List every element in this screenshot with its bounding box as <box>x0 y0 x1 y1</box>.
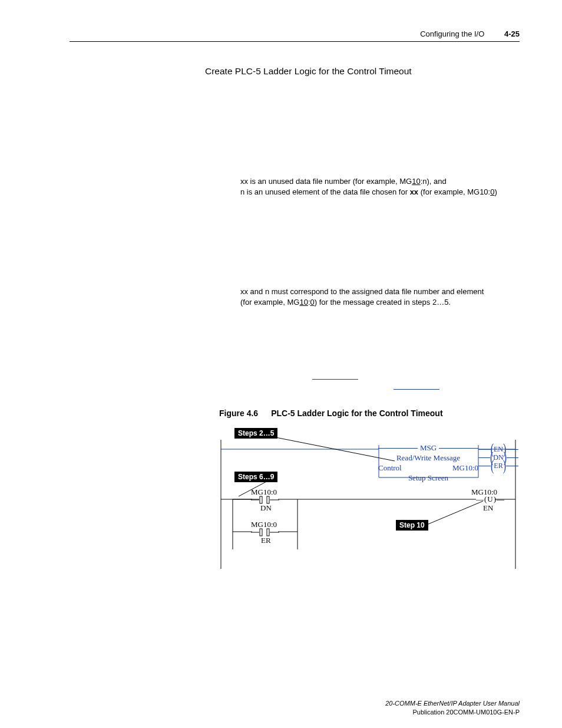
svg-rect-25 <box>260 529 262 536</box>
footer-manual-title: 20-COMM-E EtherNet/IP Adapter User Manua… <box>385 699 520 707</box>
ladder-diagram: Steps 2…5 Steps 6…9 Step 10 MSG Read/Wri… <box>218 426 518 573</box>
svg-line-17 <box>270 436 395 461</box>
figure-caption: Figure 4.6PLC-5 Ladder Logic for the Con… <box>219 409 443 418</box>
link-underline-2 <box>394 389 439 390</box>
definition-block: xx is an unused data file number (for ex… <box>240 176 523 197</box>
running-header: Configuring the I/O 4-25 <box>420 29 520 38</box>
svg-rect-22 <box>267 496 269 503</box>
link-underline-1 <box>312 379 358 380</box>
msg-setup: Setup Screen <box>378 473 478 483</box>
xx-definition: xx is an unused data file number (for ex… <box>240 176 523 187</box>
msg-title: MSG <box>420 443 437 453</box>
page-footer: 20-COMM-E EtherNet/IP Adapter User Manua… <box>385 699 520 716</box>
msg-control-label: Control <box>378 463 402 473</box>
msg-desc: Read/Write Message <box>378 453 478 463</box>
callout-steps-2-5: Steps 2…5 <box>234 428 277 439</box>
header-section: Configuring the I/O <box>420 29 484 38</box>
footer-publication: Publication 20COMM-UM010G-EN-P <box>385 708 520 716</box>
msg-instruction: MSG Read/Write Message Control MG10:0 Se… <box>378 443 478 483</box>
page-number: 4-25 <box>504 29 520 38</box>
section-heading: Create PLC-5 Ladder Logic for the Contro… <box>205 66 412 77</box>
msg-control-value: MG10:0 <box>452 463 478 473</box>
rung2-out-en: EN <box>483 503 493 513</box>
msg-status-tails: (EN) (DN) (ER) <box>478 445 518 470</box>
rung2-dn: DN <box>260 503 272 513</box>
correspond-line2: (for example, MG10:0) for the message cr… <box>240 297 517 308</box>
correspond-block: xx and n must correspond to the assigned… <box>240 286 517 307</box>
otu-icon: —(U)— <box>476 495 505 504</box>
n-definition: n is an unused element of the data file … <box>240 187 523 197</box>
svg-line-19 <box>424 501 483 526</box>
callout-steps-6-9: Steps 6…9 <box>234 472 277 482</box>
header-rule <box>70 41 520 42</box>
svg-rect-21 <box>260 496 262 503</box>
callout-step-10: Step 10 <box>396 520 428 531</box>
rung2-er: ER <box>261 536 271 545</box>
svg-rect-26 <box>267 529 269 536</box>
